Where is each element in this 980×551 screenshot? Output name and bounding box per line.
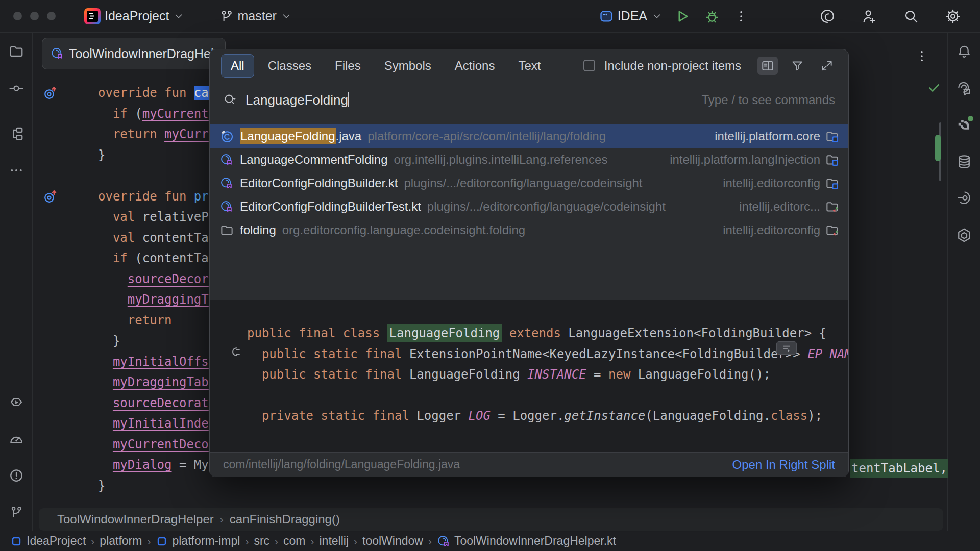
right-tool-stripe bbox=[947, 33, 980, 531]
tab-options-kebab-icon[interactable] bbox=[915, 49, 929, 63]
code-token: relativeP bbox=[142, 210, 209, 224]
notification-badge bbox=[968, 116, 973, 121]
search-result-row[interactable]: EditorConfigFoldingBuilder.ktplugins/...… bbox=[210, 171, 848, 195]
project-widget[interactable]: IdeaProject bbox=[84, 8, 184, 24]
statusbar-item[interactable]: platform-impl bbox=[156, 534, 240, 548]
code-token: class bbox=[771, 409, 807, 423]
search-icon[interactable] bbox=[901, 7, 921, 26]
editor-code-area[interactable]: override fun ca if (myCurrent return myC… bbox=[98, 83, 209, 508]
search-field[interactable]: LanguageFolding Type / to see commands bbox=[210, 82, 848, 118]
statusbar-item[interactable]: src bbox=[254, 534, 270, 548]
search-tab-text[interactable]: Text bbox=[508, 54, 550, 78]
code-token bbox=[98, 107, 113, 121]
inspections-ok-icon[interactable] bbox=[927, 81, 941, 95]
services-icon[interactable] bbox=[5, 391, 28, 413]
chevron-right-icon: › bbox=[354, 535, 357, 547]
editor-scroll-marker[interactable] bbox=[935, 135, 941, 161]
notifications-bell-icon[interactable] bbox=[953, 40, 975, 63]
minimize-window-icon[interactable] bbox=[30, 12, 39, 20]
problems-icon[interactable] bbox=[5, 464, 28, 487]
inlay-options-icon[interactable] bbox=[776, 341, 797, 355]
code-token bbox=[98, 313, 128, 328]
override-marker-icon[interactable] bbox=[43, 85, 58, 101]
vcs-branch-widget[interactable]: master bbox=[220, 9, 291, 23]
override-marker-icon[interactable] bbox=[43, 189, 58, 204]
search-result-row[interactable]: foldingorg.editorconfig.language.codeins… bbox=[210, 218, 848, 242]
code-token: public static final bbox=[262, 347, 409, 361]
search-with-history-icon[interactable] bbox=[223, 93, 237, 107]
statusbar-item[interactable]: toolWindow bbox=[362, 534, 423, 548]
search-tab-all[interactable]: All bbox=[221, 54, 254, 78]
title-bar: IdeaProject master IDEA bbox=[0, 0, 980, 33]
filter-icon[interactable] bbox=[787, 57, 807, 75]
search-result-row[interactable]: LanguageFolding.javaplatform/core-api/sr… bbox=[210, 124, 848, 148]
code-token: (contentTa bbox=[135, 251, 209, 265]
search-tab-actions[interactable]: Actions bbox=[445, 54, 505, 78]
result-module: intellij.editorconfig bbox=[715, 176, 820, 190]
statusbar-item[interactable]: IdeaProject bbox=[10, 534, 86, 548]
version-control-icon[interactable] bbox=[5, 501, 28, 523]
commit-icon[interactable] bbox=[5, 77, 28, 99]
search-results-list: LanguageFolding.javaplatform/core-api/sr… bbox=[210, 118, 848, 242]
code-token: override fun bbox=[98, 86, 194, 100]
ai-assistant-chat-icon[interactable] bbox=[953, 77, 975, 99]
breadcrumb-class[interactable]: ToolWindowInnerDragHelper bbox=[57, 512, 214, 527]
editor-code-line: myInitialInde bbox=[98, 413, 209, 434]
code-token bbox=[247, 367, 262, 382]
database-icon[interactable] bbox=[953, 151, 975, 173]
code-token: ( bbox=[135, 107, 142, 121]
code-token bbox=[98, 127, 113, 141]
editor-code-line: override fun ca bbox=[98, 83, 209, 104]
result-path: plugins/.../editorconfig/language/codein… bbox=[427, 199, 666, 214]
statusbar-item[interactable]: intellij bbox=[320, 534, 349, 548]
statusbar-item[interactable]: com bbox=[283, 534, 305, 548]
code-token: myCurrentDeco bbox=[113, 437, 209, 452]
extension-point-plug-icon bbox=[228, 345, 242, 359]
structure-icon[interactable] bbox=[5, 122, 28, 145]
code-token: myDialog bbox=[113, 458, 172, 472]
gradle-icon[interactable] bbox=[953, 114, 975, 136]
search-tab-symbols[interactable]: Symbols bbox=[375, 54, 441, 78]
chevron-right-icon: › bbox=[428, 535, 432, 547]
close-window-icon[interactable] bbox=[13, 12, 22, 20]
user-add-icon[interactable] bbox=[860, 7, 879, 26]
more-actions-kebab-icon[interactable] bbox=[732, 7, 750, 26]
code-token: = My bbox=[172, 458, 209, 472]
kotlin-class-icon bbox=[51, 47, 64, 60]
result-path: org.editorconfig.language.codeinsight.fo… bbox=[282, 223, 525, 237]
more-tools-icon[interactable] bbox=[5, 159, 28, 182]
include-non-project-label[interactable]: Include non-project items bbox=[604, 59, 741, 73]
profiler-icon[interactable] bbox=[5, 428, 28, 450]
include-non-project-checkbox[interactable] bbox=[583, 60, 595, 71]
endpoints-icon[interactable] bbox=[953, 187, 975, 210]
code-token: Logger bbox=[416, 409, 468, 423]
preview-code-line bbox=[247, 427, 848, 447]
statusbar-item[interactable]: platform bbox=[100, 534, 142, 548]
code-token: } bbox=[98, 334, 120, 348]
search-result-row[interactable]: LanguageCommentFoldingorg.intellij.plugi… bbox=[210, 148, 848, 171]
preview-pane-icon[interactable] bbox=[757, 57, 778, 75]
code-token bbox=[98, 396, 113, 410]
dependencies-icon[interactable] bbox=[953, 224, 975, 246]
statusbar-item[interactable]: ToolWindowInnerDragHelper.kt bbox=[437, 534, 616, 548]
debug-button[interactable] bbox=[702, 7, 722, 26]
run-button[interactable] bbox=[673, 7, 692, 26]
project-folder-icon[interactable] bbox=[5, 40, 28, 63]
open-in-right-split-button[interactable]: Open In Right Split bbox=[732, 458, 835, 472]
maximize-window-icon[interactable] bbox=[47, 12, 56, 20]
editor-tab[interactable]: ToolWindowInnerDragHelper.kt bbox=[42, 38, 226, 69]
window-controls[interactable] bbox=[13, 12, 56, 20]
ai-spiral-icon[interactable] bbox=[818, 7, 837, 26]
search-tab-files[interactable]: Files bbox=[325, 54, 371, 78]
code-token: getInstance bbox=[564, 409, 645, 423]
breadcrumb-method[interactable]: canFinishDragging() bbox=[230, 512, 340, 527]
text-caret bbox=[348, 92, 349, 107]
open-in-editor-icon[interactable] bbox=[817, 57, 837, 75]
run-configuration-selector[interactable]: IDEA bbox=[599, 9, 663, 23]
result-name: LanguageFolding.java bbox=[240, 129, 361, 143]
code-token: private static final bbox=[262, 409, 416, 423]
settings-gear-icon[interactable] bbox=[943, 7, 963, 26]
search-result-row[interactable]: EditorConfigFoldingBuilderTest.ktplugins… bbox=[210, 195, 848, 218]
statusbar-item-label: com bbox=[283, 534, 305, 548]
search-tab-classes[interactable]: Classes bbox=[258, 54, 321, 78]
